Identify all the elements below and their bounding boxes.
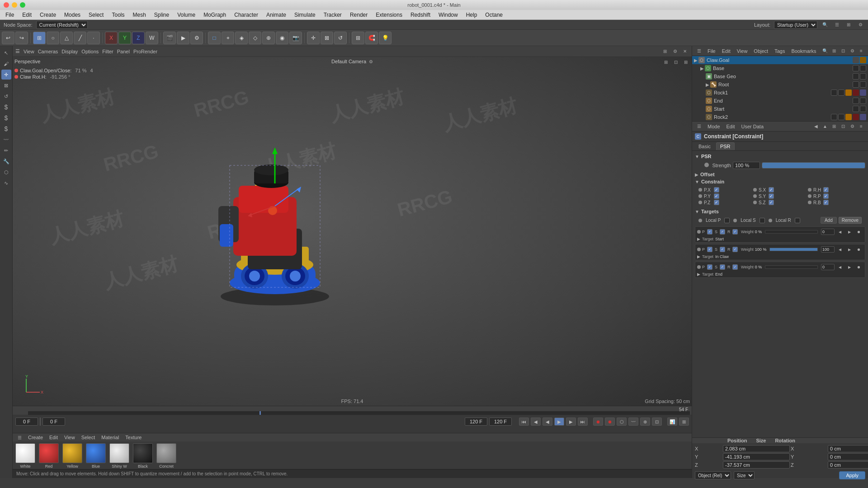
polygon-icon[interactable]: ⬡: [1, 167, 11, 177]
tr3-r-check[interactable]: ✓: [732, 264, 738, 270]
rotate-tool-button[interactable]: ↺: [334, 32, 347, 44]
obj-tag-rock1-3[interactable]: [860, 89, 866, 96]
obj-check-start[interactable]: [853, 106, 859, 112]
props-up[interactable]: ▲: [821, 122, 829, 131]
render-settings-button[interactable]: ▶: [177, 32, 189, 44]
obj-row-clawgoal[interactable]: ▶ ⬡ Claw.Goal: [692, 56, 868, 64]
remove-target-button[interactable]: Remove: [839, 217, 862, 224]
props-settings-2[interactable]: ⊡: [839, 122, 847, 131]
mat-edit-btn[interactable]: Edit: [47, 435, 60, 440]
object-button[interactable]: ○: [47, 32, 59, 44]
obj-tag-rock2-3[interactable]: [860, 114, 866, 120]
menu-tracker[interactable]: Tracker: [320, 11, 345, 19]
prev-frame-button[interactable]: ◀: [531, 418, 541, 426]
brush-icon[interactable]: ✏: [1, 145, 11, 155]
tr3-indicator[interactable]: [697, 265, 701, 269]
tr2-indicator[interactable]: [697, 248, 701, 251]
tr3-weight-slider[interactable]: [765, 265, 818, 269]
timeline-options-button[interactable]: ⊞: [679, 418, 689, 426]
obj-row-start[interactable]: ⬡ Start: [692, 105, 868, 113]
obj-tag-rock1-1[interactable]: [845, 89, 852, 96]
tr1-weight-slider[interactable]: [765, 230, 818, 234]
move-icon[interactable]: ✛: [1, 70, 11, 80]
vp-options[interactable]: Options: [81, 49, 99, 54]
rb-indicator[interactable]: [808, 201, 811, 204]
obj-tags-btn[interactable]: Tags: [773, 48, 787, 54]
obj-bookmarks-btn[interactable]: Bookmarks: [789, 48, 818, 54]
material-concrete[interactable]: Concret: [156, 443, 176, 469]
menu-mesh[interactable]: Mesh: [129, 11, 149, 19]
move-tool-button[interactable]: ✛: [307, 32, 320, 44]
props-settings-3[interactable]: ⚙: [848, 122, 856, 131]
tr3-record-icon[interactable]: ⏺: [855, 263, 863, 271]
anim-button[interactable]: ⊕: [640, 418, 650, 426]
menu-icon[interactable]: ☰: [833, 21, 841, 29]
obj-row-root[interactable]: ▶ 🦴 Root: [692, 80, 868, 89]
nurbs-button[interactable]: ⌖: [222, 32, 234, 44]
obj-edit-btn[interactable]: Edit: [720, 48, 732, 54]
y-pos-input[interactable]: [723, 453, 790, 460]
mat-create-btn[interactable]: Create: [26, 435, 45, 440]
play-button[interactable]: ▶: [554, 418, 564, 426]
menu-select[interactable]: Select: [85, 11, 107, 19]
obj-search-icon[interactable]: 🔍: [821, 47, 829, 55]
menu-extensions[interactable]: Extensions: [372, 11, 406, 19]
material-shiny[interactable]: Shiny W: [109, 443, 129, 469]
menu-file[interactable]: File: [2, 11, 18, 19]
settings-icon[interactable]: ⚙: [856, 21, 864, 29]
size-mode-select[interactable]: Size: [734, 471, 755, 479]
mograph-icon-button[interactable]: ⊕: [262, 32, 275, 44]
props-menu-icon[interactable]: ☰: [695, 122, 703, 131]
tr3-p-check[interactable]: ✓: [707, 264, 712, 270]
tr2-r-check[interactable]: ✓: [732, 247, 738, 252]
play-reverse-button[interactable]: ◀: [542, 418, 552, 426]
menu-redshift[interactable]: Redshift: [407, 11, 434, 19]
tr2-weight-input[interactable]: [821, 246, 835, 253]
move-button[interactable]: ⊞: [33, 32, 46, 44]
vp-hamburger[interactable]: ☰: [15, 48, 20, 54]
sz-check[interactable]: ✓: [769, 200, 774, 205]
tr1-record-icon[interactable]: ⏺: [855, 228, 863, 236]
obj-check-end[interactable]: [853, 98, 859, 104]
maximize-button[interactable]: [20, 2, 25, 8]
tr1-prev-icon[interactable]: ◀: [836, 228, 844, 236]
undo-button[interactable]: ↩: [2, 32, 14, 44]
snap-button[interactable]: 🧲: [365, 32, 378, 44]
x-axis-button[interactable]: X: [105, 32, 118, 44]
cube-button[interactable]: □: [208, 32, 221, 44]
obj-check-rock1[interactable]: [831, 89, 837, 96]
money1-icon[interactable]: $: [1, 102, 11, 112]
vp-filter[interactable]: Filter: [102, 49, 113, 54]
tr3-s-check[interactable]: ✓: [720, 264, 725, 270]
props-settings-4[interactable]: ≡: [857, 122, 865, 131]
tr2-p-check[interactable]: ✓: [707, 247, 712, 252]
edge-button[interactable]: ╱: [74, 32, 86, 44]
pz-indicator[interactable]: [698, 201, 702, 204]
mat-material-btn[interactable]: Material: [99, 435, 121, 440]
obj-row-end[interactable]: ⬡ End: [692, 97, 868, 105]
tr1-r-check[interactable]: ✓: [732, 229, 738, 235]
section-offset[interactable]: ▶ Offset: [695, 172, 865, 177]
obj-row-rock2[interactable]: ⬡ Rock2: [692, 113, 868, 121]
vp-view[interactable]: View: [24, 49, 34, 54]
obj-check2-base[interactable]: [860, 65, 866, 71]
scale-icon[interactable]: ⊠: [1, 80, 11, 90]
field-button[interactable]: ◇: [249, 32, 261, 44]
material-red[interactable]: Red: [39, 443, 59, 469]
obj-check-rock2[interactable]: [831, 114, 837, 120]
tr1-p-check[interactable]: ✓: [707, 229, 712, 235]
tr2-next-icon[interactable]: ▶: [845, 245, 854, 253]
material-blue[interactable]: Blue: [86, 443, 106, 469]
obj-settings-2[interactable]: ⊡: [839, 47, 847, 55]
end-frame-input-1[interactable]: [465, 418, 487, 426]
material-button[interactable]: ◉: [276, 32, 288, 44]
px-check[interactable]: ✓: [714, 187, 719, 192]
tr3-next-icon[interactable]: ▶: [845, 263, 854, 271]
scale-tool-button[interactable]: ⊠: [321, 32, 333, 44]
tr1-indicator[interactable]: [697, 230, 701, 234]
props-settings-1[interactable]: ⊞: [830, 122, 838, 131]
vp-settings-icon[interactable]: ⚙: [671, 47, 679, 56]
obj-row-basegeo[interactable]: ▣ Base Geo: [692, 72, 868, 80]
menu-spline[interactable]: Spline: [151, 11, 173, 19]
world-button[interactable]: W: [146, 32, 158, 44]
